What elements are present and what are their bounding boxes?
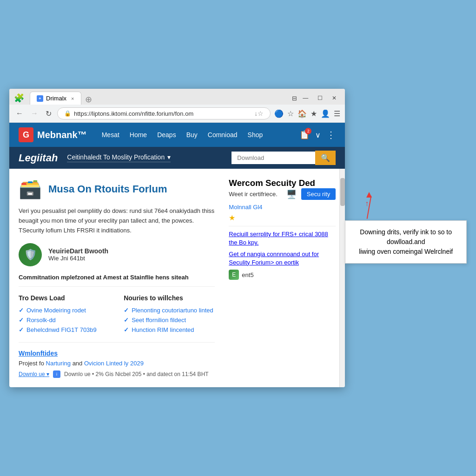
list-item[interactable]: Plenonting coutoriartuno linted xyxy=(124,305,215,315)
security-row: Weet ir certifriece. 🖥️ Secu rity xyxy=(229,188,336,200)
content-area: 🗃️ Musa On Rtouits Forlum Veri you pesua… xyxy=(9,169,345,387)
active-tab[interactable]: + Drimalx × xyxy=(30,92,81,105)
list-item[interactable]: Hunction RIM lincented xyxy=(124,325,215,335)
address-bar: ← → ↻ 🔒 https://liptons.iktomi.com/nfitt… xyxy=(9,105,345,123)
site-logo: G Mebnank™ xyxy=(19,123,87,147)
meta-icon: i xyxy=(53,370,60,378)
browser-titlebar: 🧩 + Drimalx × ⊕ ⊟ — ☐ ✕ xyxy=(9,89,345,105)
account-icon[interactable]: 👤 xyxy=(321,109,330,118)
list-item[interactable]: Seet ffornilion fildect xyxy=(124,315,215,325)
site-header: G Mebnank™ Mesat Home Deaps Buy Comnioad… xyxy=(9,123,345,147)
security-button[interactable]: Secu rity xyxy=(301,188,336,200)
minimize-button[interactable]: — xyxy=(299,94,312,102)
forum-icon: 🗃️ xyxy=(19,178,42,200)
nav-mesat[interactable]: Mesat xyxy=(101,125,120,145)
bottom-link[interactable]: Wmlonftides xyxy=(19,350,58,357)
nav-shop[interactable]: Shop xyxy=(247,125,264,145)
close-button[interactable]: ✕ xyxy=(328,94,340,102)
site-nav: Mesat Home Deaps Buy Comnioad Shop xyxy=(101,125,264,145)
user-details: YeuirieDart Bwooth Wie Jni 641bt xyxy=(48,247,108,262)
right-link2[interactable]: Reciuill serrplity for FRS+ crical 3088 … xyxy=(229,231,328,246)
dropdown-label: Ceitinhaledt To Moslity Profication xyxy=(67,153,165,161)
nav-home[interactable]: Home xyxy=(129,125,148,145)
bottom-link1[interactable]: Narturing xyxy=(46,360,71,367)
tab-favicon: + xyxy=(37,95,43,102)
maximize-button[interactable]: ☐ xyxy=(314,94,326,102)
browser-window: 🧩 + Drimalx × ⊕ ⊟ — ☐ ✕ ← → ↻ 🔒 https://… xyxy=(9,89,345,387)
secondary-dropdown[interactable]: Ceitinhaledt To Moslity Profication ▾ xyxy=(67,153,171,162)
user-name: YeuirieDart Bwooth xyxy=(48,247,108,255)
scroll-thumb[interactable] xyxy=(340,178,345,206)
user-subtitle: Wie Jni 641bt xyxy=(48,255,108,262)
bottom-link2[interactable]: Ovicion Linted ly 2029 xyxy=(84,360,144,367)
secondary-logo: Legiitah xyxy=(19,152,58,164)
right-divider xyxy=(229,226,336,226)
tooltip-box: ↑ Downing drits, verify ink to so to dow… xyxy=(345,220,467,264)
star-icon[interactable]: ★ xyxy=(311,109,317,118)
tab-close-button[interactable]: × xyxy=(71,96,74,101)
search-input[interactable] xyxy=(231,152,315,164)
right-link1[interactable]: Molnnall Gl4 xyxy=(229,204,336,211)
nav-buy[interactable]: Buy xyxy=(185,125,198,145)
dropdown-chevron-icon: ▾ xyxy=(167,153,171,161)
main-content: 🗃️ Musa On Rtouits Forlum Veri you pesua… xyxy=(9,169,345,387)
menu-icon[interactable]: ☰ xyxy=(334,109,340,118)
nav-deaps[interactable]: Deaps xyxy=(156,125,177,145)
tooltip-container: ↑ Downing drits, verify ink to so to dow… xyxy=(345,220,467,264)
list1-heading: Tro Dews Load xyxy=(19,294,110,302)
new-tab-button[interactable]: ⊕ xyxy=(81,94,96,105)
url-text: https://liptons.iktomi.com/nfitte.forium… xyxy=(74,110,251,117)
right-link3[interactable]: Get of nangia connnnoand out for Seculit… xyxy=(229,251,319,266)
site-name: Mebnank™ xyxy=(37,130,87,140)
list1-items: Ovine Modeiring rodet Rorsolk-dd Behelcd… xyxy=(19,305,110,335)
secondary-search: 🔍 xyxy=(231,151,336,165)
home-icon[interactable]: 🏠 xyxy=(298,109,307,118)
g-logo-icon: G xyxy=(19,127,33,142)
secondary-header: Legiitah Ceitinhaledt To Moslity Profica… xyxy=(9,147,345,169)
list-col-1: Tro Dews Load Ovine Modeiring rodet Rors… xyxy=(19,294,110,335)
commitment-text: Commitnation mplefzoned at Amest at Stai… xyxy=(19,274,215,287)
bottom-meta: Downlo ue ▾ i Downlo ue • 2% Gis Nicbel … xyxy=(19,370,215,378)
bottom-meta-link[interactable]: Downlo ue ▾ xyxy=(19,371,49,377)
notification-icon[interactable]: 📋 2 xyxy=(299,130,310,140)
tooltip-line2: liwing oven comeingal Welrclneif xyxy=(355,247,457,257)
tune-icon: ↓☆ xyxy=(254,110,264,117)
url-bar[interactable]: 🔒 https://liptons.iktomi.com/nfitte.fori… xyxy=(57,107,271,119)
ent-label: ent5 xyxy=(242,271,253,278)
list-item[interactable]: Rorsolk-dd xyxy=(19,315,110,325)
security-icon: 🖥️ xyxy=(286,189,297,199)
list2-items: Plenonting coutoriartuno linted Seet ffo… xyxy=(124,305,215,335)
dropdown-arrow[interactable]: ∨ xyxy=(315,131,321,139)
puzzle-icon: 🧩 xyxy=(14,93,24,103)
browser-icons: 🔵 ☆ 🏠 ★ 👤 ☰ xyxy=(274,109,340,118)
back-button[interactable]: ← xyxy=(14,108,25,119)
bottom-section: Wmlonftides Projest fo Narturing and Ovi… xyxy=(19,342,215,378)
more-options-icon[interactable]: ⋮ xyxy=(326,129,336,140)
profile-icon[interactable]: 🔵 xyxy=(274,109,284,118)
bottom-desc-prefix: Projest fo xyxy=(19,360,44,367)
left-column: 🗃️ Musa On Rtouits Forlum Veri you pesua… xyxy=(19,178,215,377)
cert-text: Weet ir certifriece. xyxy=(229,191,281,198)
list-item[interactable]: Ovine Modeiring rodet xyxy=(19,305,110,315)
star-rating: ★ xyxy=(229,213,336,222)
nav-comnioad[interactable]: Comnioad xyxy=(207,125,238,145)
forward-button[interactable]: → xyxy=(29,108,40,119)
scrollbar[interactable] xyxy=(339,169,345,387)
site-header-right: 📋 2 ∨ ⋮ xyxy=(299,129,336,140)
ent-icon: E xyxy=(229,270,239,280)
right-list-item-2: Get of nangia connnnoand out for Seculit… xyxy=(229,250,336,267)
bookmark-icon[interactable]: ☆ xyxy=(287,109,294,118)
search-button[interactable]: 🔍 xyxy=(315,151,336,165)
user-shield-icon: 🛡️ xyxy=(19,243,42,266)
right-list-item-1: Reciuill serrplity for FRS+ crical 3088 … xyxy=(229,230,336,247)
list-item[interactable]: Behelcdnwd FIG1T 703b9 xyxy=(19,325,110,335)
list-section: Tro Dews Load Ovine Modeiring rodet Rors… xyxy=(19,294,215,335)
reload-button[interactable]: ↻ xyxy=(44,108,53,119)
forum-title: Musa On Rtouits Forlum xyxy=(48,183,167,195)
bottom-desc-and: and xyxy=(73,360,83,367)
minimize-icon: ⊟ xyxy=(292,95,297,102)
bottom-desc: Projest fo Narturing and Ovicion Linted … xyxy=(19,360,215,367)
bottom-meta-text: Downlo ue • 2% Gis Nicbel 205 • and date… xyxy=(64,371,209,377)
right-heading: Wercom Secuity Ded xyxy=(229,178,336,188)
list2-heading: Nouries to willches xyxy=(124,294,215,302)
